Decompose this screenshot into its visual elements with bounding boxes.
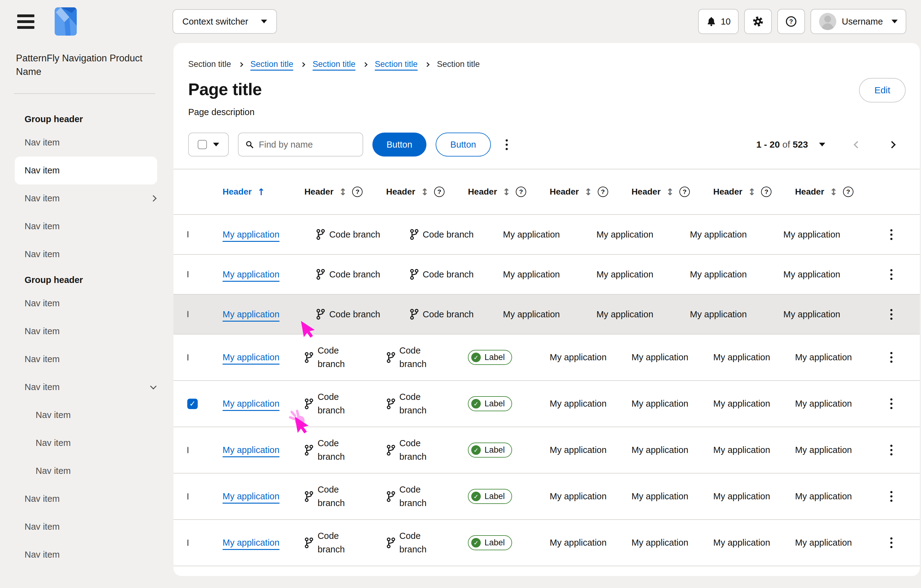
code-branch-icon-wrap [304,398,314,409]
column-header[interactable]: Header↕? [468,187,550,197]
column-help-icon[interactable]: ? [516,187,526,197]
row-checkbox[interactable]: ✓ [187,399,198,409]
settings-button[interactable] [744,9,772,34]
breadcrumb-link[interactable]: Section title [312,60,355,69]
column-header[interactable]: Header↕? [631,187,713,197]
row-kebab-menu[interactable] [885,488,898,505]
application-link[interactable]: My application [223,491,279,502]
application-link[interactable]: My application [223,309,279,320]
sidebar-item-nav-item[interactable]: Nav item [0,513,174,541]
sidebar-item-nav-item[interactable]: Nav item [0,401,174,429]
application-cell: My application [631,491,713,502]
application-cell: My application [690,309,783,320]
sort-icon[interactable]: ↕ [830,187,838,197]
code-branch-cell: Code branch [386,344,468,371]
row-checkbox[interactable] [187,447,189,453]
column-help-icon[interactable]: ? [679,187,690,197]
sidebar-item-nav-item[interactable]: Nav item [0,317,174,345]
application-link[interactable]: My application [223,352,279,362]
bulk-select-dropdown[interactable] [188,133,229,156]
row-checkbox[interactable] [187,311,189,317]
pagination-menu-toggle[interactable] [819,143,825,146]
row-kebab-menu[interactable] [885,349,898,366]
sidebar-item-nav-item[interactable]: Nav item [0,128,174,156]
sidebar-item-nav-item[interactable]: Nav item [0,184,174,212]
sidebar-item-nav-item[interactable]: Nav item [0,457,174,485]
code-branch-icon [410,269,419,280]
sidebar-item-nav-item[interactable]: Nav item [0,240,174,268]
sort-icon[interactable]: ↕ [584,187,592,197]
column-help-icon[interactable]: ? [598,187,608,197]
application-link[interactable]: My application [223,538,279,548]
row-kebab-menu[interactable] [885,226,898,243]
pagination-next-button[interactable] [888,141,895,148]
column-header[interactable]: Header↕? [795,187,877,197]
edit-button[interactable]: Edit [859,78,906,102]
row-checkbox[interactable] [187,493,189,500]
row-kebab-menu[interactable] [885,395,898,412]
row-kebab-menu[interactable] [885,534,898,551]
svg-text:?: ? [789,18,793,25]
help-button[interactable]: ? [777,9,805,34]
row-checkbox-cell [187,232,223,237]
column-header[interactable]: Header↕? [386,187,468,197]
row-checkbox[interactable] [187,354,189,361]
application-link[interactable]: My application [223,445,279,455]
secondary-button[interactable]: Button [436,133,491,156]
row-checkbox[interactable] [187,539,189,546]
bulk-select-checkbox[interactable] [198,140,207,149]
column-help-icon[interactable]: ? [434,187,444,197]
code-branch-icon-wrap [316,229,325,240]
application-link[interactable]: My application [223,399,279,409]
sort-icon[interactable]: ↕ [503,187,510,197]
context-switcher-dropdown[interactable]: Context switcher [172,9,277,34]
sidebar-item-nav-item[interactable]: Nav item [0,429,174,457]
breadcrumb-link[interactable]: Section title [375,60,418,69]
breadcrumb-separator-icon [301,62,306,67]
row-kebab-menu[interactable] [885,266,898,283]
column-help-icon[interactable]: ? [843,187,853,197]
nav-item-label: Nav item [24,298,60,309]
column-help-icon[interactable]: ? [352,187,363,197]
sidebar-item-nav-item[interactable]: Nav item [0,373,174,401]
pagination-of: of [783,139,790,149]
sidebar-item-nav-item[interactable]: Nav item [0,345,174,373]
application-link[interactable]: My application [223,270,279,279]
table-row: My applicationCode branchCode branchMy a… [174,255,920,295]
nav-item-label: Nav item [24,166,60,175]
sidebar-item-nav-item-selected[interactable]: Nav item [15,156,157,184]
column-header[interactable]: Header↕? [304,187,386,197]
sidebar-item-nav-item[interactable]: Nav item [0,289,174,317]
row-checkbox[interactable] [187,231,189,237]
pagination-prev-button[interactable] [853,141,861,148]
sort-icon[interactable]: ↕ [339,187,347,197]
column-header[interactable]: Header↕? [550,187,631,197]
brand-logo [55,7,77,36]
toolbar-kebab-menu[interactable] [500,136,513,153]
column-header[interactable]: Header↕? [713,187,795,197]
sidebar-item-nav-item[interactable]: Nav item [0,212,174,240]
masthead: Context switcher 10 ? Username [0,0,921,43]
application-link[interactable]: My application [223,229,279,240]
row-kebab-menu[interactable] [885,442,898,458]
user-menu-button[interactable]: Username [810,9,906,34]
breadcrumb-link[interactable]: Section title [251,60,293,69]
column-help-icon[interactable]: ? [761,187,771,197]
primary-button[interactable]: Button [373,133,426,156]
sort-icon[interactable]: ↕ [666,187,674,197]
row-actions-cell [877,442,906,458]
application-cell: My application [795,445,877,455]
column-header[interactable]: Header↑ [223,187,304,197]
sort-ascending-icon[interactable]: ↑ [257,187,265,197]
search-input[interactable] [259,140,356,150]
sort-icon[interactable]: ↕ [421,187,429,197]
notifications-button[interactable]: 10 [698,9,739,34]
pagination: 1 - 20 of 523 [757,139,905,150]
nav-toggle-hamburger-icon[interactable] [17,13,37,30]
sidebar-item-nav-item[interactable]: Nav item [0,485,174,513]
sort-icon[interactable]: ↕ [748,187,755,197]
sidebar-item-nav-item[interactable]: Nav item [0,541,174,569]
row-kebab-menu[interactable] [885,306,898,323]
row-checkbox[interactable] [187,271,189,278]
column-header-label: Header [631,187,661,197]
